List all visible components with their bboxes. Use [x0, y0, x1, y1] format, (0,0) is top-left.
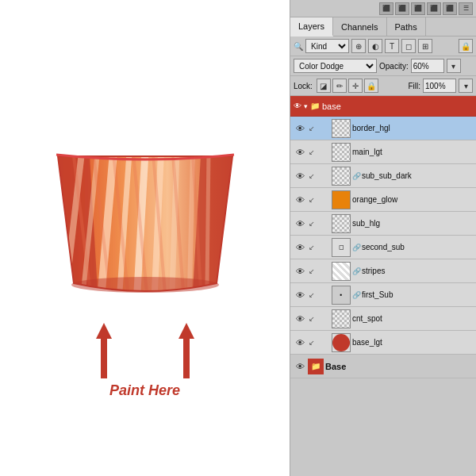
toolbar-icon-4[interactable]: ⬛	[427, 2, 441, 15]
arrow-orange-glow: ↙	[308, 196, 316, 204]
eye-base-lgt[interactable]: 👁	[294, 336, 306, 349]
layer-row-base-lgt[interactable]: 👁 ↙ base_lgt	[290, 331, 476, 355]
layer-filter-adjust[interactable]: ◐	[368, 39, 382, 53]
arrow-second-sub: ↙	[308, 244, 316, 251]
layer-filter-type[interactable]: T	[385, 39, 399, 53]
layer-row-first-sub[interactable]: 👁 ↙ ▪ 🔗 first_Sub	[290, 283, 476, 307]
arrow-border-hgl: ↙	[308, 125, 316, 132]
name-main-lgt: main_lgt	[352, 148, 473, 156]
tab-channels[interactable]: Channels	[333, 17, 386, 36]
thumb-stripes	[332, 262, 351, 281]
toolbar-icon-6[interactable]: ☰	[459, 2, 473, 15]
lock-label: Lock:	[294, 82, 313, 90]
toolbar-icon-5[interactable]: ⬛	[443, 2, 457, 15]
eye-base-group[interactable]: 👁	[294, 360, 306, 373]
chain-second-sub: 🔗	[352, 244, 360, 251]
thumb-first-sub: ▪	[332, 286, 351, 305]
name-base-group: Base	[325, 362, 473, 371]
arrow-cnt-spot: ↙	[308, 315, 316, 323]
group-eye[interactable]: 👁	[294, 102, 301, 110]
thumb-second-sub: ◻	[332, 238, 351, 257]
group-arrow-icon: ▾	[304, 102, 308, 110]
kind-label: 🔍	[294, 42, 303, 51]
group-header-base[interactable]: 👁 ▾ 📁 base	[290, 96, 476, 117]
layer-row-border-hgl[interactable]: 👁 ↙ border_hgl	[290, 117, 476, 140]
eye-cnt-spot[interactable]: 👁	[294, 313, 306, 325]
name-stripes: stripes	[362, 267, 473, 275]
layer-row-sub-sub-dark[interactable]: 👁 ↙ 🔗 sub_sub_dark	[290, 164, 476, 188]
arrow-sub-hlg: ↙	[308, 220, 316, 228]
thumb-sub-sub-dark	[332, 167, 351, 186]
layer-row-second-sub[interactable]: 👁 ↙ ◻ 🔗 second_sub	[290, 236, 476, 259]
filter-toggle[interactable]: 🔒	[459, 39, 473, 53]
canvas-area: Paint Here	[0, 0, 290, 476]
folder-icon: 📁	[310, 102, 320, 110]
eye-main-lgt[interactable]: 👁	[294, 146, 306, 159]
eye-orange-glow[interactable]: 👁	[294, 194, 306, 206]
fill-input[interactable]	[423, 79, 456, 93]
kind-row: 🔍 Kind ⊕ ◐ T ◻ ⊞ 🔒	[290, 36, 476, 56]
svg-line-9	[207, 152, 209, 287]
right-arrow	[177, 323, 196, 378]
name-border-hgl: border_hgl	[352, 124, 473, 132]
svg-marker-19	[178, 323, 194, 378]
layer-filter-shape[interactable]: ◻	[401, 39, 416, 53]
arrow-stripes: ↙	[308, 267, 316, 275]
toolbar-icon-3[interactable]: ⬛	[411, 2, 425, 15]
eye-first-sub[interactable]: 👁	[294, 289, 306, 301]
layer-row-main-lgt[interactable]: 👁 ↙ main_lgt	[290, 140, 476, 164]
layer-filter-pixel[interactable]: ⊕	[351, 39, 366, 53]
name-sub-sub-dark: sub_sub_dark	[362, 171, 473, 180]
thumb-sub-hlg	[332, 214, 351, 233]
toolbar-icon-1[interactable]: ⬛	[379, 2, 393, 15]
toolbar-icon-2[interactable]: ⬛	[395, 2, 409, 15]
paint-label: Paint Here	[109, 382, 180, 399]
kind-dropdown[interactable]: Kind	[305, 39, 349, 53]
name-cnt-spot: cnt_spot	[352, 314, 473, 323]
eye-second-sub[interactable]: 👁	[294, 241, 306, 254]
panel-tabs: Layers Channels Paths	[290, 17, 476, 36]
tab-paths[interactable]: Paths	[387, 17, 426, 36]
name-orange-glow: orange_glow	[352, 195, 473, 204]
lock-all[interactable]: 🔒	[364, 79, 378, 93]
left-arrow	[94, 323, 113, 378]
lock-position[interactable]: ✛	[348, 79, 363, 93]
opacity-arrow[interactable]: ▾	[447, 59, 461, 73]
layers-panel: ⬛ ⬛ ⬛ ⬛ ⬛ ☰ Layers Channels Paths 🔍 Kind…	[290, 0, 476, 476]
svg-point-17	[71, 277, 219, 293]
thumb-border-hgl	[332, 119, 351, 138]
arrow-sub-sub-dark: ↙	[308, 172, 316, 180]
cupcake-illustration	[34, 109, 256, 315]
group-name: base	[322, 102, 341, 111]
svg-marker-18	[96, 323, 112, 378]
chain-sub-sub-dark: 🔗	[352, 172, 360, 180]
folder-base-group: 📁	[308, 359, 324, 374]
chain-first-sub: 🔗	[352, 291, 360, 299]
layer-row-cnt-spot[interactable]: 👁 ↙ cnt_spot	[290, 307, 476, 331]
name-second-sub: second_sub	[362, 243, 473, 251]
name-first-sub: first_Sub	[362, 290, 473, 299]
opacity-label: Opacity:	[379, 62, 409, 71]
opacity-input[interactable]	[411, 59, 444, 73]
layer-filter-smart[interactable]: ⊞	[418, 39, 432, 53]
lock-row: Lock: ◪ ✏ ✛ 🔒 Fill: ▾	[290, 76, 476, 96]
lock-icons: ◪ ✏ ✛ 🔒	[317, 79, 378, 93]
eye-stripes[interactable]: 👁	[294, 265, 306, 278]
name-sub-hlg: sub_hlg	[352, 219, 473, 228]
eye-border-hgl[interactable]: 👁	[294, 122, 306, 135]
blend-mode-dropdown[interactable]: Color Dodge Normal Multiply Screen	[294, 59, 377, 73]
arrow-base-lgt: ↙	[308, 339, 316, 347]
layer-row-stripes[interactable]: 👁 ↙ 🔗 stripes	[290, 259, 476, 283]
eye-sub-hlg[interactable]: 👁	[294, 217, 306, 230]
thumb-base-lgt	[332, 333, 351, 352]
name-base-lgt: base_lgt	[352, 338, 473, 347]
lock-transparent[interactable]: ◪	[317, 79, 331, 93]
eye-sub-sub-dark[interactable]: 👁	[294, 170, 306, 182]
layer-row-sub-hlg[interactable]: 👁 ↙ sub_hlg	[290, 212, 476, 236]
layer-row-orange-glow[interactable]: 👁 ↙ orange_glow	[290, 188, 476, 212]
fill-arrow[interactable]: ▾	[459, 79, 473, 93]
thumb-main-lgt	[332, 143, 351, 162]
layer-row-base-group[interactable]: 👁 📁 Base	[290, 355, 476, 378]
lock-image[interactable]: ✏	[332, 79, 347, 93]
tab-layers[interactable]: Layers	[290, 17, 333, 36]
